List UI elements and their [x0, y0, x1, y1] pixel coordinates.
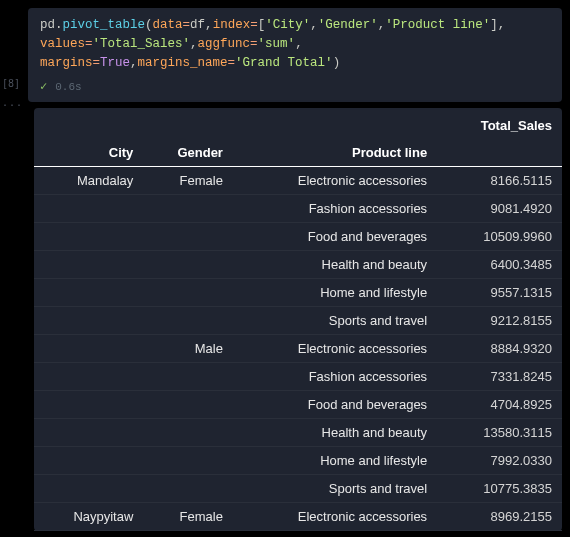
idx-city: City [34, 139, 143, 167]
cell-gender [143, 419, 233, 447]
cell-value: 9212.8155 [437, 307, 562, 335]
cell-gender [143, 251, 233, 279]
cell-product: Fashion accessories [233, 363, 437, 391]
cell-value: 9081.4920 [437, 195, 562, 223]
cell-city [34, 195, 143, 223]
table-row: Health and beauty13580.3115 [34, 419, 562, 447]
cell-product: Electronic accessories [233, 335, 437, 363]
cell-value: 10775.3835 [437, 475, 562, 503]
cell-city [34, 363, 143, 391]
cell-gender [143, 307, 233, 335]
table-row: Sports and travel9212.8155 [34, 307, 562, 335]
cell-value: 8969.2155 [437, 503, 562, 531]
cell-city: Naypyitaw [34, 503, 143, 531]
cell-product: Food and beverages [233, 391, 437, 419]
cell-value: 8884.9320 [437, 335, 562, 363]
cell-gender [143, 363, 233, 391]
table-row: Home and lifestyle7992.0330 [34, 447, 562, 475]
cell-gutter: [8] ... [2, 78, 23, 108]
cell-city: Mandalay [34, 167, 143, 195]
code-line-1: pd.pivot_table(data=df,index=['City','Ge… [40, 16, 550, 35]
cell-gender [143, 195, 233, 223]
table-row: Home and lifestyle9557.1315 [34, 279, 562, 307]
cell-value: 8166.5115 [437, 167, 562, 195]
table-row: Fashion accessories9081.4920 [34, 195, 562, 223]
exec-time: 0.6s [55, 79, 81, 96]
cell-city [34, 307, 143, 335]
cell-product: Electronic accessories [233, 167, 437, 195]
table-row: Fashion accessories7331.8245 [34, 363, 562, 391]
cell-product: Health and beauty [233, 419, 437, 447]
cell-city [34, 335, 143, 363]
code-cell[interactable]: pd.pivot_table(data=df,index=['City','Ge… [28, 8, 562, 102]
cell-product: Home and lifestyle [233, 279, 437, 307]
code-line-2: values='Total_Sales',aggfunc='sum', [40, 35, 550, 54]
cell-value: 10509.9960 [437, 223, 562, 251]
ellipsis-icon[interactable]: ... [2, 97, 23, 108]
cell-gender [143, 391, 233, 419]
cell-product: Food and beverages [233, 223, 437, 251]
table-row: Food and beverages4704.8925 [34, 391, 562, 419]
cell-status: ✓ 0.6s [40, 78, 550, 96]
table-row: MandalayFemaleElectronic accessories8166… [34, 167, 562, 195]
cell-city [34, 475, 143, 503]
output-area: Total_Sales City Gender Product line Man… [34, 108, 562, 531]
cell-city [34, 279, 143, 307]
cell-product: Home and lifestyle [233, 447, 437, 475]
col-total-sales: Total_Sales [437, 112, 562, 139]
cell-value: 4704.8925 [437, 391, 562, 419]
table-row: MaleElectronic accessories8884.9320 [34, 335, 562, 363]
cell-value: 7992.0330 [437, 447, 562, 475]
cell-city [34, 251, 143, 279]
cell-value: 9557.1315 [437, 279, 562, 307]
cell-value: 7331.8245 [437, 363, 562, 391]
cell-city [34, 223, 143, 251]
check-icon: ✓ [40, 78, 47, 96]
cell-gender [143, 475, 233, 503]
cell-gender: Female [143, 503, 233, 531]
cell-product: Sports and travel [233, 475, 437, 503]
cell-value: 13580.3115 [437, 419, 562, 447]
cell-gender [143, 279, 233, 307]
table-row: Health and beauty6400.3485 [34, 251, 562, 279]
idx-gender: Gender [143, 139, 233, 167]
cell-product: Fashion accessories [233, 195, 437, 223]
cell-city [34, 391, 143, 419]
cell-product: Health and beauty [233, 251, 437, 279]
exec-count: [8] [2, 78, 23, 89]
pivot-table: Total_Sales City Gender Product line Man… [34, 112, 562, 531]
cell-gender: Male [143, 335, 233, 363]
idx-product: Product line [233, 139, 437, 167]
cell-gender [143, 447, 233, 475]
table-row: NaypyitawFemaleElectronic accessories896… [34, 503, 562, 531]
table-row: Sports and travel10775.3835 [34, 475, 562, 503]
table-row: Food and beverages10509.9960 [34, 223, 562, 251]
cell-product: Sports and travel [233, 307, 437, 335]
cell-city [34, 447, 143, 475]
cell-product: Electronic accessories [233, 503, 437, 531]
cell-city [34, 419, 143, 447]
code-line-3: margins=True,margins_name='Grand Total') [40, 54, 550, 73]
cell-gender: Female [143, 167, 233, 195]
cell-gender [143, 223, 233, 251]
cell-value: 6400.3485 [437, 251, 562, 279]
